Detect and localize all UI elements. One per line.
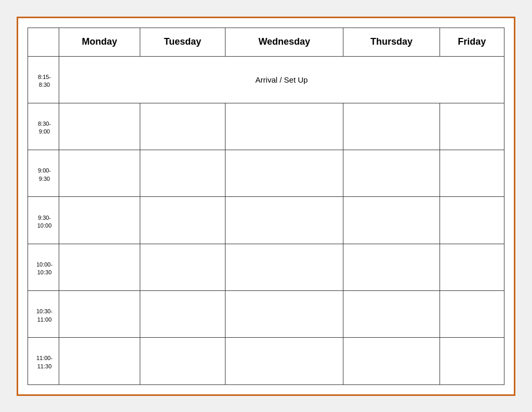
- cell-mon-2: [59, 150, 140, 197]
- time-cell-0: 8:15-8:30: [28, 56, 59, 103]
- time-cell-5: 10:30-11:00: [28, 290, 59, 337]
- time-cell-1: 8:30-9:00: [28, 103, 59, 150]
- table-row: 10:00-10:30: [28, 244, 504, 290]
- cell-thu-4: [343, 244, 440, 290]
- table-row: 10:30-11:00: [28, 290, 504, 337]
- cell-thu-2: [343, 150, 440, 197]
- header-row: Monday Tuesday Wednesday Thursday Friday: [28, 28, 504, 56]
- header-friday: Friday: [440, 28, 504, 56]
- cell-wed-1: [225, 103, 343, 150]
- cell-tue-5: [140, 290, 225, 337]
- cell-fri-2: [440, 150, 504, 197]
- cell-wed-2: [225, 150, 343, 197]
- arrival-cell: Arrival / Set Up: [59, 56, 504, 103]
- table-row: 8:30-9:00: [28, 103, 504, 150]
- cell-wed-5: [225, 290, 343, 337]
- cell-fri-4: [440, 244, 504, 290]
- table-row: 8:15-8:30 Arrival / Set Up: [28, 56, 504, 103]
- time-cell-4: 10:00-10:30: [28, 244, 59, 290]
- header-time: [28, 28, 59, 56]
- cell-fri-3: [440, 197, 504, 244]
- cell-tue-6: [140, 338, 225, 384]
- time-cell-3: 9:30-10:00: [28, 197, 59, 244]
- cell-fri-5: [440, 290, 504, 337]
- table-row: 11:00-11:30: [28, 338, 504, 384]
- cell-tue-3: [140, 197, 225, 244]
- cell-fri-1: [440, 103, 504, 150]
- time-cell-2: 9:00-9:30: [28, 150, 59, 197]
- cell-mon-1: [59, 103, 140, 150]
- time-cell-6: 11:00-11:30: [28, 338, 59, 384]
- table-row: 9:30-10:00: [28, 197, 504, 244]
- cell-fri-6: [440, 338, 504, 384]
- cell-wed-3: [225, 197, 343, 244]
- schedule-table: Monday Tuesday Wednesday Thursday Friday…: [28, 28, 504, 385]
- cell-tue-2: [140, 150, 225, 197]
- cell-mon-6: [59, 338, 140, 384]
- cell-thu-6: [343, 338, 440, 384]
- cell-mon-4: [59, 244, 140, 290]
- header-tuesday: Tuesday: [140, 28, 225, 56]
- page-container: Monday Tuesday Wednesday Thursday Friday…: [17, 17, 515, 396]
- header-monday: Monday: [59, 28, 140, 56]
- header-thursday: Thursday: [343, 28, 440, 56]
- cell-tue-1: [140, 103, 225, 150]
- cell-thu-1: [343, 103, 440, 150]
- cell-mon-3: [59, 197, 140, 244]
- cell-thu-5: [343, 290, 440, 337]
- cell-wed-6: [225, 338, 343, 384]
- cell-wed-4: [225, 244, 343, 290]
- cell-thu-3: [343, 197, 440, 244]
- cell-tue-4: [140, 244, 225, 290]
- cell-mon-5: [59, 290, 140, 337]
- header-wednesday: Wednesday: [225, 28, 343, 56]
- table-row: 9:00-9:30: [28, 150, 504, 197]
